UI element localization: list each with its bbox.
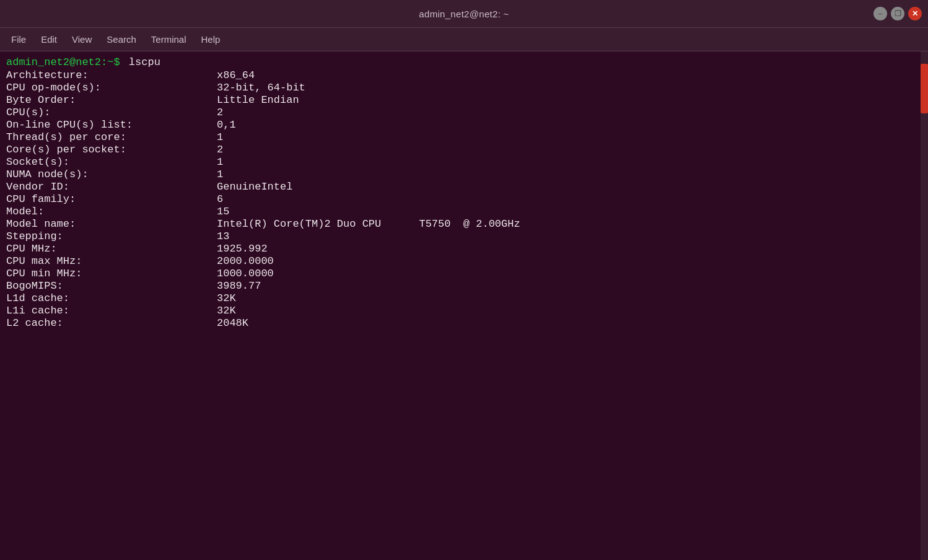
output-key: Architecture:: [6, 69, 217, 81]
output-key: Model:: [6, 206, 217, 217]
output-area: Architecture: x86_64CPU op-mode(s): 32-b…: [6, 69, 922, 329]
output-row: Architecture: x86_64: [6, 69, 922, 81]
output-value: x86_64: [217, 69, 255, 81]
output-key: Core(s) per socket:: [6, 144, 217, 155]
titlebar: admin_net2@net2: ~ – ❐ ✕: [0, 0, 928, 28]
output-key: Model name:: [6, 218, 217, 230]
output-value: Little Endian: [217, 94, 299, 106]
output-row: NUMA node(s): 1: [6, 168, 922, 180]
output-row: Core(s) per socket: 2: [6, 144, 922, 155]
output-value: 0,1: [217, 119, 236, 131]
output-key: CPU(s):: [6, 107, 217, 118]
output-row: Stepping: 13: [6, 230, 922, 242]
output-value: 1925.992: [217, 243, 268, 255]
output-value: 1000.0000: [217, 268, 274, 279]
output-value: 2: [217, 107, 223, 118]
menu-item-edit[interactable]: Edit: [35, 32, 63, 47]
output-key: CPU op-mode(s):: [6, 82, 217, 94]
menu-item-view[interactable]: View: [66, 32, 98, 47]
output-value: 15: [217, 206, 229, 217]
output-row: L1i cache: 32K: [6, 305, 922, 317]
output-key: CPU max MHz:: [6, 255, 217, 267]
output-key: CPU MHz:: [6, 243, 217, 255]
output-value: 2: [217, 144, 223, 155]
output-row: L1d cache: 32K: [6, 292, 922, 304]
output-value: 6: [217, 193, 223, 205]
menu-item-help[interactable]: Help: [195, 32, 227, 47]
scrollbar[interactable]: [921, 51, 928, 560]
output-row: L2 cache: 2048K: [6, 317, 922, 329]
output-value: 3989.77: [217, 280, 261, 292]
command-prompt-line: admin_net2@net2:~$ lscpu: [6, 56, 922, 68]
output-value: 1: [217, 168, 223, 180]
output-value: Intel(R) Core(TM)2 Duo CPU T5750 @ 2.00G…: [217, 218, 520, 230]
output-value: 1: [217, 131, 223, 143]
scrollbar-thumb[interactable]: [921, 64, 928, 113]
output-key: BogoMIPS:: [6, 280, 217, 292]
menubar: FileEditViewSearchTerminalHelp: [0, 28, 928, 51]
menu-item-file[interactable]: File: [5, 32, 32, 47]
output-value: 32K: [217, 305, 236, 317]
output-row: Thread(s) per core: 1: [6, 131, 922, 143]
output-key: Vendor ID:: [6, 181, 217, 193]
output-key: Socket(s):: [6, 156, 217, 168]
output-value: 32-bit, 64-bit: [217, 82, 305, 94]
output-key: On-line CPU(s) list:: [6, 119, 217, 131]
menu-item-terminal[interactable]: Terminal: [145, 32, 193, 47]
output-key: L1d cache:: [6, 292, 217, 304]
output-row: CPU op-mode(s): 32-bit, 64-bit: [6, 82, 922, 94]
output-key: L1i cache:: [6, 305, 217, 317]
output-row: BogoMIPS: 3989.77: [6, 280, 922, 292]
output-value: GenuineIntel: [217, 181, 292, 193]
window-controls: – ❐ ✕: [873, 7, 922, 20]
output-row: Vendor ID: GenuineIntel: [6, 181, 922, 193]
output-row: CPU min MHz: 1000.0000: [6, 268, 922, 279]
output-key: Byte Order:: [6, 94, 217, 106]
close-button[interactable]: ✕: [908, 7, 922, 20]
minimize-button[interactable]: –: [873, 7, 887, 20]
output-key: CPU min MHz:: [6, 268, 217, 279]
output-row: On-line CPU(s) list: 0,1: [6, 119, 922, 131]
output-row: Byte Order: Little Endian: [6, 94, 922, 106]
terminal-area[interactable]: admin_net2@net2:~$ lscpu Architecture: x…: [0, 51, 928, 560]
output-row: Socket(s): 1: [6, 156, 922, 168]
output-key: NUMA node(s):: [6, 168, 217, 180]
output-key: L2 cache:: [6, 317, 217, 329]
maximize-button[interactable]: ❐: [891, 7, 904, 20]
output-key: Thread(s) per core:: [6, 131, 217, 143]
output-row: CPU family: 6: [6, 193, 922, 205]
output-value: 13: [217, 230, 229, 242]
output-row: Model: 15: [6, 206, 922, 217]
prompt-command: lscpu: [129, 56, 160, 68]
output-key: Stepping:: [6, 230, 217, 242]
output-value: 32K: [217, 292, 236, 304]
prompt-user: admin_net2@net2:~$: [6, 56, 126, 68]
output-value: 2000.0000: [217, 255, 274, 267]
output-row: Model name: Intel(R) Core(TM)2 Duo CPU T…: [6, 218, 922, 230]
output-value: 2048K: [217, 317, 248, 329]
output-row: CPU max MHz: 2000.0000: [6, 255, 922, 267]
output-key: CPU family:: [6, 193, 217, 205]
output-value: 1: [217, 156, 223, 168]
output-row: CPU MHz: 1925.992: [6, 243, 922, 255]
output-row: CPU(s): 2: [6, 107, 922, 118]
menu-item-search[interactable]: Search: [100, 32, 142, 47]
window-title: admin_net2@net2: ~: [419, 9, 509, 19]
